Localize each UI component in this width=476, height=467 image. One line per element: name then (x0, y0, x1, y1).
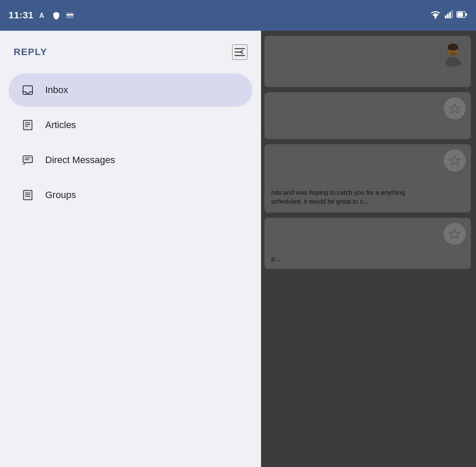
direct-messages-icon (20, 153, 35, 167)
drawer-title: REPLY (14, 47, 47, 58)
status-bar: 11:31 A (0, 0, 476, 31)
articles-icon (20, 118, 35, 132)
shield-icon (52, 11, 61, 20)
inbox-label: Inbox (45, 85, 68, 96)
battery-icon (456, 10, 467, 20)
nav-item-inbox[interactable]: Inbox (9, 73, 253, 107)
nav-item-direct-messages[interactable]: Direct Messages (9, 143, 253, 177)
inbox-icon (20, 83, 35, 97)
svg-rect-37 (23, 156, 32, 163)
svg-rect-33 (23, 120, 32, 130)
groups-label: Groups (45, 190, 76, 201)
status-bar-right (430, 10, 467, 20)
svg-text:A: A (39, 12, 44, 19)
card-icon (65, 11, 75, 20)
status-bar-left: 11:31 A (9, 10, 75, 21)
drawer-header: REPLY (0, 31, 261, 70)
a-icon: A (38, 11, 47, 20)
svg-rect-6 (447, 14, 449, 18)
svg-rect-8 (451, 10, 453, 18)
navigation-drawer: REPLY Inbox (0, 31, 261, 467)
svg-point-4 (435, 17, 436, 19)
nav-item-groups[interactable]: Groups (9, 178, 253, 212)
wifi-icon (430, 10, 441, 20)
direct-messages-label: Direct Messages (45, 155, 115, 166)
time-display: 11:31 (9, 10, 34, 21)
svg-rect-2 (67, 14, 73, 15)
groups-icon (20, 188, 35, 202)
svg-rect-11 (465, 13, 467, 16)
svg-rect-7 (449, 12, 451, 18)
signal-icon (444, 10, 453, 20)
articles-label: Articles (45, 120, 76, 131)
svg-rect-42 (23, 190, 32, 200)
svg-rect-10 (458, 12, 463, 17)
nav-item-articles[interactable]: Articles (9, 108, 253, 142)
menu-close-button[interactable] (232, 44, 247, 60)
svg-rect-5 (445, 15, 447, 18)
nav-items: Inbox Articles (0, 70, 261, 215)
